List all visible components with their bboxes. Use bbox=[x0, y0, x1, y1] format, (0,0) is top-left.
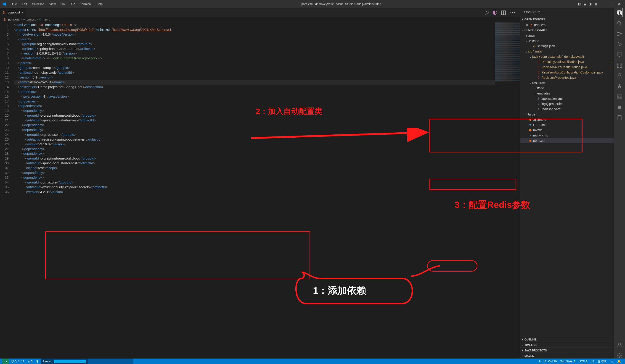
tree-item-pom-xml[interactable]: ◉pom.xml bbox=[520, 138, 614, 143]
search-icon[interactable] bbox=[617, 20, 623, 26]
tab-close-icon[interactable]: × bbox=[22, 10, 24, 14]
notifications-icon[interactable]: 🔔 bbox=[615, 360, 623, 363]
tree-item-mvnw[interactable]: ⬣mvnw bbox=[520, 127, 614, 133]
language-mode[interactable]: {} XML bbox=[596, 360, 609, 363]
color-icon[interactable]: ◐ bbox=[493, 9, 497, 16]
maximize-icon[interactable]: ☐ bbox=[611, 2, 613, 6]
tab-size[interactable]: Tab Size: 4 bbox=[559, 360, 577, 363]
layout-icon[interactable]: ▦ bbox=[594, 2, 597, 6]
code-editor[interactable]: 1234567891011121314151617181920212223242… bbox=[0, 22, 520, 359]
panel-bottom-icon[interactable]: ⬓ bbox=[583, 2, 586, 6]
shield-icon[interactable]: ⛨ bbox=[34, 360, 41, 363]
menu-terminal[interactable]: Terminal bbox=[78, 1, 94, 7]
svg-rect-12 bbox=[618, 106, 621, 109]
menu-selection[interactable]: Selection bbox=[30, 1, 46, 7]
tree-item-target[interactable]: ›target bbox=[520, 112, 614, 117]
bookmark-icon[interactable] bbox=[617, 115, 623, 121]
tree-item-mvnw-cmd[interactable]: ▪mvnw.cmd bbox=[520, 133, 614, 138]
tree-item--gitignore[interactable]: ◆.gitignore bbox=[520, 117, 614, 122]
svg-rect-8 bbox=[620, 63, 622, 65]
broadcast-icon: ⎌ bbox=[28, 360, 30, 363]
extensions-icon[interactable] bbox=[617, 62, 623, 68]
tree-item-redisson-yaml[interactable]: !redisson.yaml bbox=[520, 106, 614, 112]
tree-item-static[interactable]: ›static bbox=[520, 85, 614, 91]
error-icon: ⓧ bbox=[11, 359, 14, 363]
rss-icon bbox=[3, 11, 6, 14]
azure-account[interactable]: Azure: bbox=[41, 359, 88, 364]
xml-icon: ⟡ bbox=[39, 18, 41, 21]
settings-icon[interactable] bbox=[617, 353, 623, 359]
menu-file[interactable]: File bbox=[10, 1, 19, 7]
tree-item--mvn[interactable]: ›.mvn bbox=[520, 33, 614, 38]
source-control-icon[interactable] bbox=[617, 31, 623, 37]
teams-icon[interactable] bbox=[617, 104, 623, 110]
testing-icon[interactable] bbox=[617, 73, 623, 79]
section-timeline[interactable]: TIMELINE bbox=[520, 342, 614, 348]
tree-item--vscode[interactable]: ⌄.vscode bbox=[520, 38, 614, 43]
menu-view[interactable]: View bbox=[47, 1, 58, 7]
minimap[interactable] bbox=[495, 22, 520, 359]
title-bar: FileEditSelectionViewGoRunTerminalHelp p… bbox=[0, 0, 625, 8]
more-icon[interactable]: ⋯ bbox=[607, 11, 610, 14]
remote-indicator[interactable] bbox=[2, 359, 9, 364]
terminal-icon[interactable] bbox=[617, 94, 623, 100]
close-icon[interactable]: × bbox=[525, 23, 529, 27]
more-icon[interactable]: ⋯ bbox=[510, 9, 515, 16]
run-debug-icon[interactable] bbox=[617, 41, 623, 47]
svg-point-15 bbox=[619, 355, 620, 357]
menu-help[interactable]: Help bbox=[94, 1, 105, 7]
section-outline[interactable]: OUTLINE bbox=[520, 336, 614, 342]
minimap-slider[interactable] bbox=[495, 22, 520, 36]
tree-item-redissonautoconfiguration-java[interactable]: JRedissonAutoConfiguration.java5 bbox=[520, 64, 614, 70]
azure-account-redacted bbox=[54, 360, 86, 363]
section-maven[interactable]: MAVEN bbox=[520, 353, 614, 359]
project-section[interactable]: DEMOKEYVAULT bbox=[520, 28, 614, 33]
tree-item-help-md[interactable]: ▼HELP.md bbox=[520, 122, 614, 127]
close-icon[interactable]: ✕ bbox=[618, 2, 621, 6]
menu-run[interactable]: Run bbox=[67, 1, 77, 7]
rss-icon bbox=[529, 23, 533, 27]
tree-item-application-yml[interactable]: !application.yml bbox=[520, 96, 614, 101]
open-editors-label: OPEN EDITORS bbox=[525, 18, 545, 21]
panel-left-icon[interactable]: ◧ bbox=[578, 2, 581, 6]
account-icon[interactable] bbox=[617, 342, 623, 348]
svg-rect-6 bbox=[617, 53, 622, 56]
line-col[interactable]: Ln 13, Col 30 bbox=[537, 360, 559, 363]
explorer-title: EXPLORER bbox=[524, 11, 540, 14]
explorer-panel: EXPLORER ⋯ OPEN EDITORS × pom.xml DEMOKE… bbox=[520, 8, 614, 359]
encoding[interactable]: UTF-8 bbox=[577, 360, 589, 363]
tree-item-redissonautoconfigurationcustomizer-java[interactable]: JRedissonAutoConfigurationCustomizer.jav… bbox=[520, 70, 614, 75]
eol[interactable]: LF bbox=[589, 360, 596, 363]
azure-icon[interactable] bbox=[617, 83, 623, 89]
tree-item-redissonproperties-java[interactable]: JRedissonProperties.java bbox=[520, 75, 614, 80]
code-body[interactable]: <?xml version="1.0" encoding="UTF-8"?><p… bbox=[14, 22, 520, 359]
split-icon[interactable]: ◫ bbox=[501, 9, 506, 16]
ports[interactable]: ⎌0 bbox=[26, 360, 34, 363]
open-editors-item[interactable]: × pom.xml bbox=[520, 22, 614, 28]
explorer-icon[interactable] bbox=[617, 10, 623, 16]
menu-edit[interactable]: Edit bbox=[20, 1, 29, 7]
project-label: DEMOKEYVAULT bbox=[525, 28, 547, 32]
tree-item-templates[interactable]: ›templates bbox=[520, 91, 614, 96]
tree-item-settings-json[interactable]: {}settings.json bbox=[520, 43, 614, 49]
remote-explorer-icon[interactable] bbox=[617, 52, 623, 58]
section-java-projects[interactable]: JAVA PROJECTS bbox=[520, 348, 614, 353]
tree-item-log4j-properties[interactable]: ≡log4j.properties bbox=[520, 101, 614, 106]
tree-item-resources[interactable]: ⌄resources bbox=[520, 80, 614, 85]
tree-item-java-com-example-demokeyvault[interactable]: ⌄java \ com \ example \ demokeyvault bbox=[520, 54, 614, 59]
menu-go[interactable]: Go bbox=[59, 1, 67, 7]
run-icon[interactable]: ▷ bbox=[485, 9, 489, 16]
tree-item-demokeyvaultapplication-java[interactable]: JDemokeyvaultApplication.java4 bbox=[520, 59, 614, 64]
tab-pom-xml[interactable]: pom.xml × bbox=[0, 8, 27, 17]
errors-warnings[interactable]: ⓧ0 ⚠11 bbox=[9, 359, 26, 363]
panel-right-icon[interactable]: ◨ bbox=[589, 2, 592, 6]
breadcrumb[interactable]: pom.xml › ⟡ project › ⟡ name bbox=[0, 17, 520, 22]
tab-label: pom.xml bbox=[8, 10, 20, 14]
open-editors-section[interactable]: OPEN EDITORS bbox=[520, 17, 614, 22]
editor-tabs: pom.xml × ▷ ◐ ◫ ⋯ bbox=[0, 8, 520, 17]
feedback-icon[interactable]: ☺ bbox=[609, 360, 615, 363]
tree-item-src-main[interactable]: ⌄src \ main bbox=[520, 49, 614, 54]
activity-bar bbox=[614, 8, 625, 359]
open-editor-file: pom.xml bbox=[534, 23, 546, 27]
minimize-icon[interactable]: ─ bbox=[604, 2, 606, 6]
